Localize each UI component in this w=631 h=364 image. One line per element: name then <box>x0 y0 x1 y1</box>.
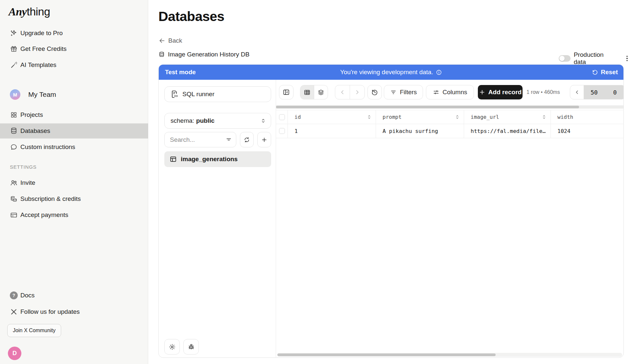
column-header-width[interactable]: width <box>551 110 623 124</box>
back-button[interactable]: Back <box>158 37 182 44</box>
select-all-checkbox[interactable] <box>279 114 285 120</box>
sidebar-item-label: Get Free Credits <box>20 45 66 53</box>
sidebar-item-upgrade-to-pro[interactable]: Upgrade to Pro <box>0 26 148 41</box>
cell-image-url[interactable]: https://fal.media/file… <box>464 124 551 138</box>
table-list-item-image-generations[interactable]: image_generations <box>164 151 271 167</box>
sidebar-item-accept-payments[interactable]: Accept payments <box>0 207 148 223</box>
production-data-toggle[interactable] <box>559 55 571 62</box>
reset-button[interactable]: Reset <box>592 69 618 76</box>
kebab-menu-icon[interactable] <box>623 54 631 62</box>
plus-icon <box>479 89 485 96</box>
question-circle-icon: ? <box>10 291 18 299</box>
row-checkbox[interactable] <box>279 128 285 134</box>
column-header-image-url[interactable]: image_url <box>464 110 551 124</box>
cell-width[interactable]: 1024 <box>551 124 623 138</box>
table-grid-icon <box>304 89 311 96</box>
sidebar-item-ai-templates[interactable]: AI Templates <box>0 57 148 73</box>
sidebar-item-label: Accept payments <box>20 211 68 219</box>
sidebar-team-switcher[interactable]: M My Team <box>0 87 148 102</box>
layers-view-button[interactable] <box>314 85 328 99</box>
add-record-button[interactable]: Add record <box>478 85 523 99</box>
coins-icon <box>10 195 18 203</box>
info-icon[interactable] <box>436 69 442 75</box>
columns-button[interactable]: Columns <box>426 85 474 99</box>
settings-gear-button[interactable] <box>164 339 180 354</box>
test-mode-banner: Test mode You're viewing development dat… <box>159 65 623 80</box>
settings-section-heading: SETTINGS <box>10 164 36 170</box>
sidebar: Anything Upgrade to Pro Get Free Credits… <box>0 0 148 364</box>
table-icon <box>170 156 177 163</box>
sidebar-item-label: Projects <box>20 111 43 118</box>
column-header-id[interactable]: id <box>288 110 376 124</box>
pagination-control: 50 0 <box>570 85 624 99</box>
add-table-button[interactable] <box>257 132 271 147</box>
schema-select[interactable]: schema: public <box>164 113 271 129</box>
debug-bug-button[interactable] <box>183 339 199 354</box>
panel-body: SQL runner schema: public Search... <box>159 80 623 358</box>
sidebar-item-get-free-credits[interactable]: Get Free Credits <box>0 41 148 56</box>
sidebar-item-label: Custom instructions <box>20 143 75 151</box>
column-header-prompt[interactable]: prompt <box>376 110 464 124</box>
sidebar-item-databases[interactable]: Databases <box>0 123 148 139</box>
history-button[interactable] <box>367 85 382 99</box>
sidebar-item-custom-instructions[interactable]: Custom instructions <box>0 139 148 155</box>
next-page-button[interactable] <box>350 85 364 99</box>
cell-value: 1024 <box>557 128 571 134</box>
sidebar-item-follow-us[interactable]: Follow us for updates <box>0 304 148 319</box>
chevron-left-icon <box>339 89 346 96</box>
filters-button[interactable]: Filters <box>384 85 423 99</box>
sort-icon[interactable] <box>367 115 372 119</box>
database-name: Image Generation History DB <box>158 51 249 58</box>
filter-lines-icon <box>390 89 397 96</box>
row-select-cell <box>276 124 288 138</box>
app-window: Anything Upgrade to Pro Get Free Credits… <box>0 0 631 364</box>
cell-id[interactable]: 1 <box>288 124 376 138</box>
page-size-value[interactable]: 50 <box>584 85 605 99</box>
back-label: Back <box>168 37 182 44</box>
schema-sidebar: SQL runner schema: public Search... <box>159 80 276 358</box>
cell-value: https://fal.media/file… <box>471 128 546 134</box>
scrollbar-thumb[interactable] <box>276 106 579 108</box>
page-title: Databases <box>158 9 224 24</box>
production-data-control: Production data <box>559 51 631 66</box>
select-all-cell <box>276 110 288 124</box>
question-mark: ? <box>10 291 18 299</box>
scrollbar-thumb[interactable] <box>277 353 496 356</box>
sidebar-item-label: Docs <box>20 292 35 299</box>
sql-runner-button[interactable]: SQL runner <box>164 86 271 102</box>
cell-prompt[interactable]: A pikachu surfing <box>376 124 464 138</box>
page-offset-value[interactable]: 0 <box>605 85 624 99</box>
sidebar-item-label: Follow us for updates <box>20 308 80 315</box>
collapse-sidebar-button[interactable] <box>279 85 293 99</box>
page-nav-switch <box>335 85 365 99</box>
sidebar-item-projects[interactable]: Projects <box>0 107 148 122</box>
sidebar-item-invite[interactable]: Invite <box>0 175 148 190</box>
join-x-community-button[interactable]: Join X Community <box>7 324 61 337</box>
sidebar-item-docs[interactable]: ? Docs <box>0 288 148 303</box>
pagination-values: 50 0 <box>584 85 624 99</box>
grid-view-button[interactable] <box>300 85 314 99</box>
sort-icon[interactable] <box>542 115 547 119</box>
schema-value: public <box>196 117 215 124</box>
logo-sans-part: thing <box>27 5 50 18</box>
users-icon <box>10 179 18 187</box>
sparkles-icon <box>10 29 18 37</box>
prev-page-button[interactable] <box>335 85 350 99</box>
table-search-input[interactable]: Search... <box>164 132 236 147</box>
credit-card-icon <box>10 211 18 219</box>
refresh-button[interactable] <box>240 132 254 147</box>
sliders-icon <box>433 89 439 96</box>
logo-serif-part: Any <box>9 6 27 18</box>
cell-value: A pikachu surfing <box>383 128 438 134</box>
banner-message: You're viewing development data. <box>159 69 623 76</box>
database-icon <box>10 127 18 135</box>
app-logo[interactable]: Anything <box>9 5 50 18</box>
data-grid: id prompt image_url <box>276 110 623 138</box>
pagination-prev-button[interactable] <box>570 85 584 99</box>
user-avatar[interactable]: D <box>8 347 21 360</box>
reset-icon <box>592 69 598 75</box>
schema-prefix: schema: <box>171 117 194 124</box>
sort-icon[interactable] <box>455 115 460 119</box>
sidebar-item-subscription-credits[interactable]: Subscription & credits <box>0 191 148 206</box>
filter-icon <box>225 137 232 143</box>
